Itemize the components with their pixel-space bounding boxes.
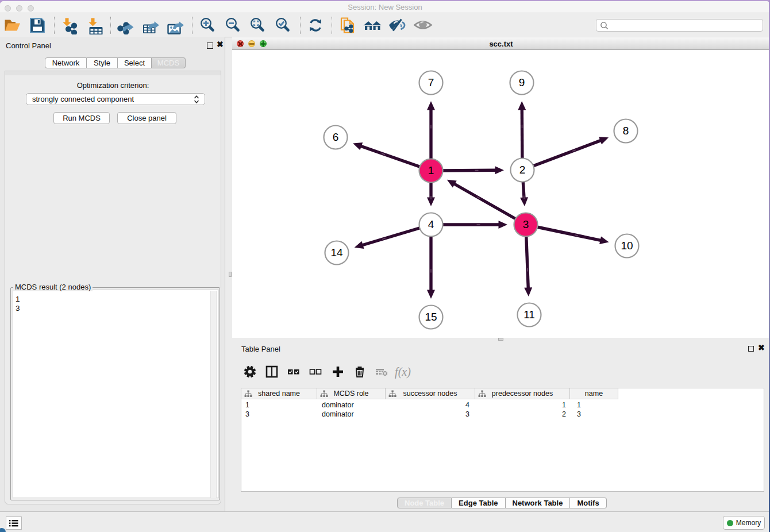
svg-text:8: 8 xyxy=(623,125,629,137)
svg-text:11: 11 xyxy=(523,309,535,321)
svg-text:1: 1 xyxy=(428,164,434,176)
svg-text:6: 6 xyxy=(333,131,339,143)
svg-text:15: 15 xyxy=(425,311,437,323)
svg-text:10: 10 xyxy=(621,240,633,252)
svg-text:4: 4 xyxy=(428,218,434,230)
svg-text:14: 14 xyxy=(330,246,343,259)
svg-text:2: 2 xyxy=(519,164,526,176)
svg-text:7: 7 xyxy=(428,76,434,88)
svg-text:3: 3 xyxy=(523,218,529,230)
svg-text:9: 9 xyxy=(519,76,525,88)
